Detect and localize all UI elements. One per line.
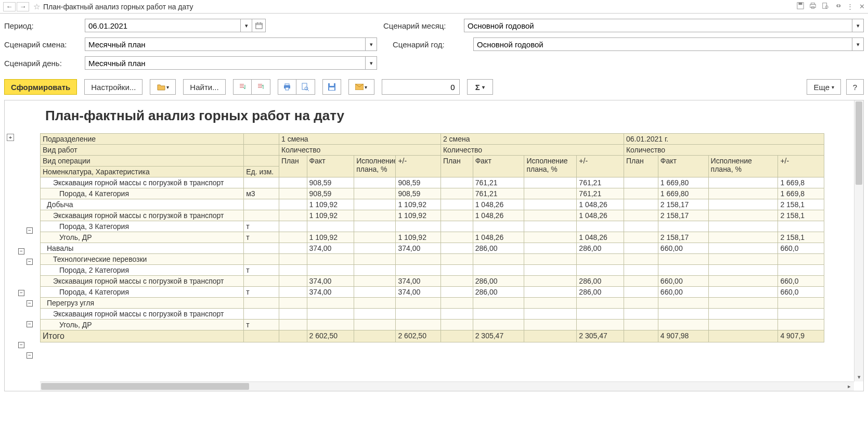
help-button[interactable]: ?	[846, 79, 864, 95]
hdr-exec: Исполнение плана, %	[354, 156, 396, 177]
hdr-shift1: 1 смена	[279, 134, 441, 145]
table-row[interactable]: Экскавация горной массы с погрузкой в тр…	[41, 177, 824, 188]
hdr-pm: +/-	[396, 156, 441, 177]
preview-icon[interactable]	[822, 2, 829, 11]
print-preview-button[interactable]	[296, 79, 315, 95]
table-cell	[354, 287, 396, 298]
table-row[interactable]: Экскавация горной массы с погрузкой в тр…	[41, 276, 824, 287]
table-cell: Экскавация горной массы с погрузкой в тр…	[41, 309, 244, 320]
period-input[interactable]	[85, 19, 241, 32]
period-dropdown-button[interactable]: ▾	[241, 19, 252, 32]
table-cell	[244, 276, 279, 287]
table-row[interactable]: Добыча1 109,921 109,921 048,261 048,262 …	[41, 199, 824, 210]
print-icon[interactable]	[809, 2, 817, 11]
save-icon[interactable]	[797, 2, 804, 11]
table-cell	[354, 309, 396, 320]
table-cell	[524, 221, 577, 232]
horizontal-scrollbar[interactable]: ◂ ▸	[40, 381, 854, 391]
table-row[interactable]: Порода, 4 Категориям3908,59908,59761,217…	[41, 188, 824, 199]
scen-shift-label: Сценарий смена:	[4, 40, 85, 49]
table-cell	[279, 320, 307, 330]
tree-node[interactable]: −	[27, 352, 33, 359]
table-cell: Добыча	[41, 199, 244, 210]
tree-node[interactable]: −	[18, 342, 24, 348]
table-cell	[708, 221, 778, 232]
table-cell	[279, 210, 307, 221]
scen-day-input[interactable]	[85, 56, 366, 70]
tree-node[interactable]: −	[18, 248, 24, 254]
scen-year-input[interactable]	[473, 37, 852, 51]
table-cell	[279, 265, 307, 276]
vertical-scrollbar[interactable]: ▴ ▾	[854, 100, 863, 381]
scroll-down-icon[interactable]: ▾	[854, 372, 863, 381]
scen-shift-input[interactable]	[85, 37, 366, 51]
period-calendar-button[interactable]	[252, 19, 266, 32]
scen-month-input[interactable]	[464, 19, 852, 32]
table-row[interactable]: Порода, 2 Категорият	[41, 265, 824, 276]
sigma-button[interactable]: Σ ▾	[467, 79, 493, 95]
favorite-star-icon[interactable]: ☆	[33, 2, 40, 11]
table-cell: Порода, 2 Категория	[41, 265, 244, 276]
more-icon[interactable]: ⋮	[847, 3, 854, 10]
close-icon[interactable]: ✕	[859, 3, 865, 10]
settings-button[interactable]: Настройки...	[84, 79, 142, 95]
scroll-thumb-v[interactable]	[856, 101, 862, 185]
table-cell	[473, 221, 524, 232]
tree-node[interactable]: −	[27, 321, 33, 327]
table-row[interactable]: Порода, 4 Категорият374,00374,00286,0028…	[41, 287, 824, 298]
table-row[interactable]: Экскавация горной массы с погрузкой в тр…	[41, 210, 824, 221]
svg-line-22	[307, 90, 309, 91]
table-cell: Экскавация горной массы с погрузкой в тр…	[41, 177, 244, 188]
table-row[interactable]: Уголь, ДРт1 109,921 109,921 048,261 048,…	[41, 232, 824, 243]
svg-rect-2	[810, 4, 816, 7]
variants-button[interactable]: ▾	[150, 79, 176, 95]
scroll-right-icon[interactable]: ▸	[845, 382, 854, 391]
find-button[interactable]: Найти...	[183, 79, 225, 95]
table-row[interactable]: Перегруз угля	[41, 298, 824, 309]
collapse-all-button[interactable]	[252, 79, 270, 95]
table-cell: 660,0	[778, 276, 824, 287]
table-cell: 1 048,26	[473, 199, 524, 210]
scen-day-dropdown-button[interactable]: ▾	[366, 56, 377, 70]
nav-forward-button[interactable]: →	[17, 2, 29, 11]
more-button[interactable]: Еще ▾	[807, 79, 841, 95]
table-cell: 761,21	[473, 177, 524, 188]
table-row[interactable]: Порода, 3 Категорият	[41, 221, 824, 232]
table-cell	[624, 276, 658, 287]
print-button[interactable]	[278, 79, 296, 95]
hdr-operation: Вид операции	[41, 156, 244, 167]
table-cell	[473, 265, 524, 276]
table-cell: 908,59	[307, 177, 354, 188]
collapse-all-icon	[256, 83, 265, 91]
expand-all-button[interactable]	[233, 79, 252, 95]
table-row[interactable]: Технологические перевозки	[41, 254, 824, 265]
table-row[interactable]: Уголь, ДРт	[41, 320, 824, 330]
table-cell: 374,00	[307, 287, 354, 298]
link-icon[interactable]	[834, 2, 841, 11]
save-report-button[interactable]	[322, 79, 341, 95]
send-email-button[interactable]: ▾	[348, 79, 374, 95]
total-d-pm: 4 907,9	[778, 330, 824, 342]
table-cell	[524, 254, 577, 265]
table-cell: 1 669,80	[658, 188, 708, 199]
scen-month-dropdown-button[interactable]: ▾	[852, 19, 864, 32]
scen-year-dropdown-button[interactable]: ▾	[852, 37, 864, 51]
table-row[interactable]: Навалы374,00374,00286,00286,00660,00660,…	[41, 243, 824, 254]
table-row[interactable]: Экскавация горной массы с погрузкой в тр…	[41, 309, 824, 320]
tree-node[interactable]: −	[18, 290, 24, 296]
table-cell	[279, 221, 307, 232]
table-cell: 2 158,17	[658, 199, 708, 210]
tree-node[interactable]: −	[27, 259, 33, 265]
scen-shift-dropdown-button[interactable]: ▾	[366, 37, 377, 51]
scroll-thumb-h[interactable]	[41, 383, 249, 390]
sum-field[interactable]	[382, 79, 460, 95]
scen-month-label: Сценарий месяц:	[383, 21, 464, 30]
table-cell	[624, 254, 658, 265]
table-cell	[778, 320, 824, 330]
table-cell	[658, 298, 708, 309]
table-cell: 2 158,1	[778, 199, 824, 210]
nav-back-button[interactable]: ←	[3, 2, 16, 11]
tree-node[interactable]: −	[27, 300, 33, 307]
tree-node[interactable]: −	[27, 227, 33, 234]
generate-button[interactable]: Сформировать	[4, 79, 77, 95]
